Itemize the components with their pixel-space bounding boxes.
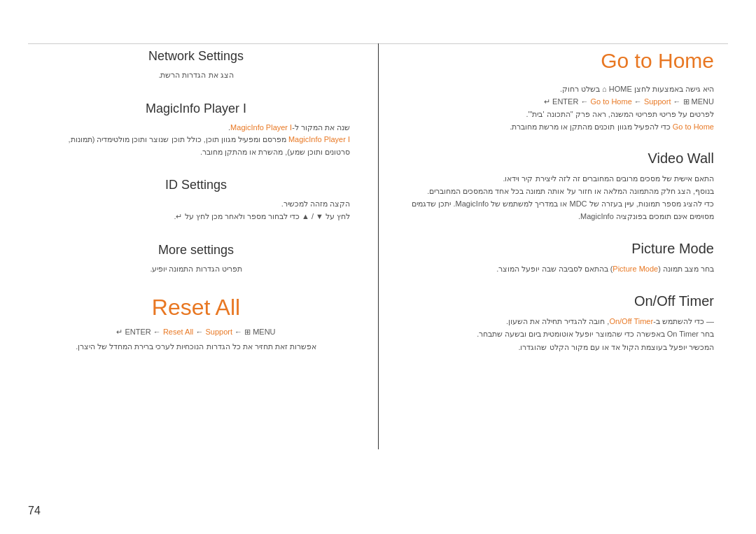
reset-all-section: Reset All ↵ ENTER ← Reset All ← Support …: [42, 295, 350, 353]
more-settings-section: More settings תפריט הגדרות התמונה יופיע.: [42, 243, 350, 276]
network-settings-title: Network Settings: [42, 49, 350, 64]
center-divider: [378, 43, 379, 449]
on-off-timer-section: On/Off Timer — כדי להשתמש ב-On/Off Timer…: [406, 293, 714, 353]
video-wall-text: התאם אישית של מסכים מרובים המחוברים זה ל…: [406, 172, 714, 223]
goto-home-content: היא גישה באמצעות לחצן HOME ⌂ בשלט רחוק. …: [406, 83, 714, 134]
network-settings-section: Network Settings הצג את הגדרות הרשת.: [42, 49, 350, 82]
magicinfo-text-orange2: MagicInfo Player I: [288, 135, 350, 143]
reset-all-desc: אפשרות זאת תחזיר את כל הגדרות הנוכחיות ל…: [42, 341, 350, 353]
page-number: 74: [28, 505, 41, 517]
left-column: Network Settings הצג את הגדרות הרשת. Mag…: [28, 49, 364, 367]
reset-all-nav-orange1: Reset All: [163, 328, 193, 336]
reset-all-title: Reset All: [42, 295, 350, 321]
magicinfo-title: MagicInfo Player I: [42, 101, 350, 116]
magicinfo-section: MagicInfo Player I שנה את המקור ל-MagicI…: [42, 101, 350, 159]
right-column: Go to Home היא גישה באמצעות לחצן HOME ⌂ …: [392, 49, 728, 372]
page-container: Network Settings הצג את הגדרות הרשת. Mag…: [0, 0, 756, 534]
network-settings-text: הצג את הגדרות הרשת.: [42, 69, 350, 82]
video-wall-section: Video Wall התאם אישית של מסכים מרובים המ…: [406, 150, 714, 223]
goto-home-nav-orange1: Go to Home: [590, 97, 631, 106]
picture-mode-text: בחר מצב תמונה (Picture Mode) בהתאם לסביב…: [406, 262, 714, 275]
goto-home-text-orange: Go to Home: [673, 122, 714, 131]
on-off-timer-text: — כדי להשתמש ב-On/Off Timer, חובה להגדיר…: [406, 315, 714, 353]
id-settings-text: הקצה מזהה למכשיר. לחץ על ▼ / ▲ כדי לבחור…: [42, 198, 350, 223]
reset-all-nav: ↵ ENTER ← Reset All ← Support ← ⊞ MENU: [42, 328, 350, 337]
goto-home-nav-orange2: Support: [644, 97, 671, 106]
more-settings-title: More settings: [42, 243, 350, 258]
magicinfo-text-part1: שנה את המקור ל-: [292, 123, 350, 132]
id-settings-title: ID Settings: [42, 178, 350, 192]
video-wall-title: Video Wall: [406, 150, 714, 167]
magicinfo-text-orange1: MagicInfo Player I: [230, 123, 292, 132]
goto-home-title: Go to Home: [406, 49, 714, 73]
reset-all-nav-orange2: Support: [205, 328, 232, 336]
picture-mode-orange: Picture Mode: [612, 265, 658, 273]
on-off-timer-orange: On/Off Timer: [609, 317, 653, 325]
magicinfo-text: שנה את המקור ל-MagicInfo Player I. Magic…: [42, 122, 350, 159]
picture-mode-title: Picture Mode: [406, 241, 714, 257]
id-settings-section: ID Settings הקצה מזהה למכשיר. לחץ על ▼ /…: [42, 178, 350, 223]
more-settings-text: תפריט הגדרות התמונה יופיע.: [42, 263, 350, 276]
picture-mode-section: Picture Mode בחר מצב תמונה (Picture Mode…: [406, 241, 714, 275]
on-off-timer-title: On/Off Timer: [406, 293, 714, 309]
